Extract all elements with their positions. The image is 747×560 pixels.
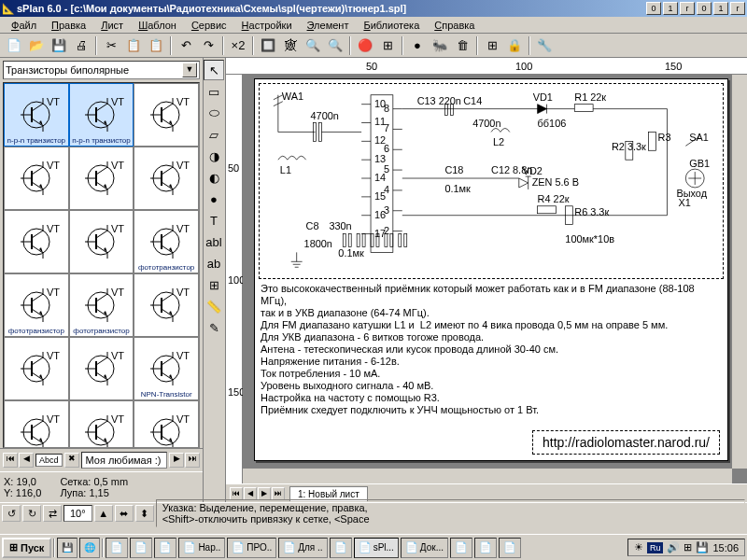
taskbar-item[interactable]: 📄Нар.. (178, 538, 225, 558)
tool-button[interactable]: ab (204, 253, 224, 273)
child-minimize-button[interactable]: 0 (697, 2, 712, 15)
rotate-left-button[interactable]: ↺ (2, 505, 21, 522)
library-component[interactable]: VT? (4, 337, 69, 400)
toolbar-button[interactable]: 📂 (26, 35, 47, 56)
system-tray[interactable]: ☀ Ru 🔊 ⊞ 💾 15:06 (627, 539, 745, 556)
library-component[interactable]: VT?фототранзистор (4, 273, 69, 337)
tray-icon[interactable]: ⊞ (684, 541, 692, 553)
child-close-button[interactable]: r (730, 2, 745, 15)
library-component[interactable]: VT? (134, 147, 199, 210)
menu-item[interactable]: Библиотека (356, 18, 427, 33)
library-component[interactable]: VT? (4, 147, 69, 210)
taskbar-item[interactable]: 📄 (450, 538, 472, 558)
flip-button[interactable]: ⇄ (43, 505, 62, 522)
scrollbar-horizontal[interactable] (243, 469, 732, 483)
taskbar-item[interactable]: 📄sPl... (354, 538, 399, 558)
toolbar-button[interactable]: ✂ (101, 35, 121, 56)
tool-button[interactable]: abl (204, 231, 224, 252)
menu-item[interactable]: Правка (44, 18, 93, 33)
lib-nav-prev[interactable]: ◀ (19, 453, 34, 468)
library-component[interactable]: VT? (4, 210, 69, 273)
toolbar-button[interactable]: 🔍 (325, 35, 345, 56)
toolbar-button[interactable]: 💾 (49, 35, 69, 56)
toolbar-button[interactable]: 📋 (146, 35, 166, 56)
tool-button[interactable]: ✎ (204, 317, 224, 338)
taskbar-item[interactable]: 📄ПРО.. (227, 538, 276, 558)
angle-field[interactable]: 10° (63, 505, 92, 522)
library-component[interactable]: VT? (69, 210, 134, 273)
taskbar-item[interactable]: 📄 (130, 538, 152, 558)
schematic-area[interactable]: WA1101112131415161787654324700nL1C13 220… (259, 83, 724, 279)
tool-button[interactable]: ⬭ (204, 103, 224, 123)
canvas[interactable]: WA1101112131415161787654324700nL1C13 220… (243, 75, 747, 483)
toolbar-button[interactable]: 🔴 (355, 35, 375, 56)
mirror-h-button[interactable]: ⬌ (115, 505, 134, 522)
tool-button[interactable]: ⊞ (204, 274, 224, 295)
library-component[interactable]: VT? (69, 400, 134, 448)
toolbar-button[interactable]: 🗑 (452, 35, 472, 56)
lib-nav-first[interactable]: ⏮ (3, 453, 18, 468)
taskbar-item[interactable]: 📄 (154, 538, 176, 558)
toolbar-button[interactable]: 📄 (4, 35, 24, 56)
quicklaunch[interactable]: 🌐 (79, 538, 100, 558)
menu-item[interactable]: Настройки (234, 18, 300, 33)
tab-nav-next[interactable]: ▶ (258, 487, 271, 500)
tray-icon[interactable]: 💾 (696, 541, 709, 553)
taskbar-item[interactable]: 📄Для .. (278, 538, 327, 558)
menu-item[interactable]: Шаблон (131, 18, 184, 33)
toolbar-button[interactable]: 🖨 (71, 35, 92, 56)
library-component[interactable]: VT? (69, 337, 134, 400)
toolbar-button[interactable]: 🔒 (504, 35, 525, 56)
tool-button[interactable]: ◐ (204, 167, 224, 188)
quicklaunch[interactable]: 💾 (57, 538, 78, 558)
toolbar-button[interactable]: ↷ (198, 35, 218, 56)
tool-button[interactable]: ↖ (204, 60, 224, 80)
lib-nav-next[interactable]: ▶ (169, 453, 184, 468)
toolbar-button[interactable]: 🔧 (534, 35, 555, 56)
tool-button[interactable]: ▭ (204, 81, 224, 102)
angle-up[interactable]: ▲ (94, 505, 113, 522)
toolbar-button[interactable]: 🐜 (430, 35, 450, 56)
library-component[interactable]: VT?n-p-n транзистор (4, 83, 69, 147)
tab-nav-prev[interactable]: ◀ (244, 487, 257, 500)
library-component[interactable]: VT? (134, 400, 199, 448)
tool-button[interactable]: ● (204, 189, 224, 209)
tool-button[interactable]: ◑ (204, 146, 224, 166)
minimize-button[interactable]: 0 (646, 2, 661, 15)
toolbar-button[interactable]: 🔍 (303, 35, 323, 56)
tray-icon[interactable]: 🔊 (667, 541, 680, 553)
toolbar-button[interactable]: ⊞ (482, 35, 502, 56)
tray-icon[interactable]: ☀ (634, 541, 643, 553)
library-component[interactable]: VT? (134, 273, 199, 337)
library-favorite[interactable]: Моя любимая :) (81, 452, 167, 469)
menu-item[interactable]: Файл (4, 18, 44, 33)
menu-item[interactable]: Лист (93, 18, 131, 33)
tab-nav-first[interactable]: ⏮ (230, 487, 243, 500)
toolbar-button[interactable]: ● (407, 35, 428, 56)
clock[interactable]: 15:06 (712, 542, 739, 553)
toolbar-button[interactable]: 🕸 (280, 35, 301, 56)
library-component[interactable]: VT?NPN-Transistor (134, 337, 199, 400)
menu-item[interactable]: Справка (427, 18, 482, 33)
close-button[interactable]: r (680, 2, 695, 15)
toolbar-button[interactable]: 🔲 (258, 35, 278, 56)
library-component[interactable]: VT?фототранзистор (134, 210, 199, 273)
tool-button[interactable]: 📏 (204, 296, 224, 316)
taskbar-item[interactable]: 📄 (474, 538, 497, 558)
start-button[interactable]: ⊞ Пуск (2, 538, 51, 558)
scrollbar-vertical[interactable] (732, 75, 747, 469)
maximize-button[interactable]: 1 (663, 2, 678, 15)
category-dropdown[interactable]: Транзисторы биполярные ▼ (3, 61, 200, 79)
toolbar-button[interactable]: ↶ (176, 35, 196, 56)
toolbar-button[interactable]: ×2 (228, 35, 248, 56)
tab-nav-last[interactable]: ⏭ (272, 487, 285, 500)
taskbar-item[interactable]: 📄Док... (401, 538, 448, 558)
library-component[interactable]: VT?n-p-n транзистор (69, 83, 134, 147)
library-component[interactable]: VT? (4, 400, 69, 448)
drawing-page[interactable]: WA1101112131415161787654324700nL1C13 220… (254, 78, 728, 461)
taskbar-item[interactable]: 📄 (499, 538, 521, 558)
taskbar-item[interactable]: 📄 (330, 538, 352, 558)
menu-item[interactable]: Сервис (184, 18, 234, 33)
library-component[interactable]: VT? (69, 147, 134, 210)
tool-button[interactable]: ▱ (204, 124, 224, 145)
